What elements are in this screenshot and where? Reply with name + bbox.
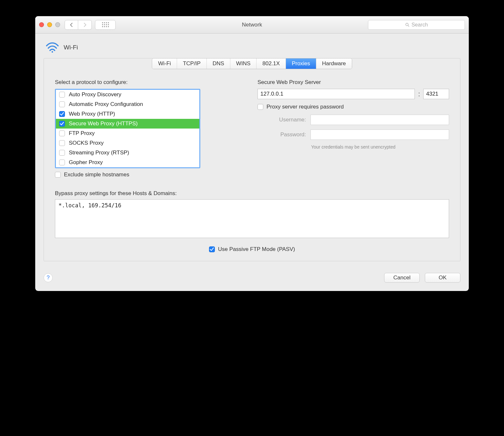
tab-hardware[interactable]: Hardware — [316, 58, 352, 69]
requires-password-label: Proxy server requires password — [267, 104, 344, 110]
help-button[interactable]: ? — [44, 273, 53, 282]
network-preferences-window: Network Search Wi-Fi Wi-FiTCP/IPDNSWINS8 — [35, 16, 469, 291]
tab-wi-fi[interactable]: Wi-Fi — [152, 58, 177, 69]
credentials-note: Your credentials may be sent unencrypted — [257, 144, 449, 150]
svg-point-0 — [405, 23, 408, 26]
protocol-checkbox[interactable] — [59, 130, 65, 136]
protocol-row[interactable]: Automatic Proxy Configuration — [56, 99, 199, 109]
proxy-port-input[interactable] — [423, 89, 449, 99]
protocol-checkbox[interactable] — [59, 92, 65, 98]
requires-password-checkbox[interactable] — [257, 104, 263, 110]
password-label: Password: — [257, 131, 306, 138]
nav-back-forward — [65, 20, 92, 30]
footer: ? Cancel OK — [35, 270, 469, 291]
protocol-label: Gopher Proxy — [69, 159, 103, 166]
tab-proxies[interactable]: Proxies — [286, 58, 316, 69]
zoom-window-button[interactable] — [55, 22, 60, 27]
search-icon — [405, 23, 410, 27]
username-row: Username: — [257, 115, 449, 125]
bypass-textarea[interactable] — [55, 199, 449, 238]
exclude-simple-hostnames-checkbox[interactable] — [55, 172, 61, 178]
protocol-label: FTP Proxy — [69, 130, 95, 137]
protocol-checkbox[interactable] — [59, 101, 65, 107]
requires-password-row[interactable]: Proxy server requires password — [257, 104, 449, 110]
exclude-simple-hostnames-row[interactable]: Exclude simple hostnames — [55, 171, 247, 178]
svg-point-2 — [52, 51, 53, 53]
exclude-simple-hostnames-label: Exclude simple hostnames — [64, 171, 129, 178]
settings-panel: Wi-FiTCP/IPDNSWINS802.1XProxiesHardware … — [44, 58, 460, 261]
pasv-checkbox[interactable] — [209, 246, 215, 252]
tab-dns[interactable]: DNS — [207, 58, 230, 69]
proxy-host-input[interactable] — [257, 89, 415, 99]
pasv-label: Use Passive FTP Mode (PASV) — [218, 246, 295, 253]
protocol-label: Automatic Proxy Configuration — [69, 101, 143, 108]
protocol-label: Secure Web Proxy (HTTPS) — [69, 120, 138, 127]
username-label: Username: — [257, 117, 306, 123]
interface-name: Wi-Fi — [64, 44, 78, 51]
search-input[interactable]: Search — [368, 20, 465, 30]
password-input[interactable] — [310, 130, 449, 140]
protocol-list[interactable]: Auto Proxy DiscoveryAutomatic Proxy Conf… — [55, 89, 200, 168]
protocol-checkbox[interactable] — [59, 150, 65, 156]
proxy-server-label: Secure Web Proxy Server — [257, 79, 449, 86]
interface-header: Wi-Fi — [35, 41, 469, 58]
show-all-prefs-button[interactable] — [95, 20, 116, 30]
protocol-checkbox[interactable] — [59, 111, 65, 117]
protocol-section-label: Select a protocol to configure: — [55, 79, 247, 86]
protocol-label: Web Proxy (HTTP) — [69, 111, 115, 117]
password-row: Password: — [257, 130, 449, 140]
titlebar: Network Search — [35, 16, 469, 34]
chevron-right-icon — [83, 23, 87, 27]
help-icon: ? — [47, 275, 49, 281]
tab-tcp-ip[interactable]: TCP/IP — [177, 58, 207, 69]
grid-icon — [102, 22, 109, 27]
back-button[interactable] — [65, 20, 78, 30]
wifi-icon — [46, 41, 59, 54]
protocol-label: Streaming Proxy (RTSP) — [69, 150, 129, 156]
protocol-row[interactable]: Secure Web Proxy (HTTPS) — [56, 119, 199, 129]
proxy-server-row: : — [257, 89, 449, 99]
cancel-button[interactable]: Cancel — [384, 273, 420, 283]
protocol-checkbox[interactable] — [59, 160, 65, 165]
ok-button[interactable]: OK — [425, 273, 460, 283]
tabs: Wi-FiTCP/IPDNSWINS802.1XProxiesHardware — [55, 58, 449, 69]
tab-802-1x[interactable]: 802.1X — [257, 58, 286, 69]
forward-button[interactable] — [78, 20, 92, 30]
minimize-window-button[interactable] — [47, 22, 52, 27]
pasv-row[interactable]: Use Passive FTP Mode (PASV) — [55, 246, 449, 253]
close-window-button[interactable] — [39, 22, 44, 27]
protocol-row[interactable]: Web Proxy (HTTP) — [56, 109, 199, 119]
protocol-row[interactable]: SOCKS Proxy — [56, 138, 199, 148]
username-input[interactable] — [310, 115, 449, 125]
proxy-server-column: Secure Web Proxy Server : Proxy server r… — [257, 79, 449, 182]
protocol-row[interactable]: Gopher Proxy — [56, 158, 199, 167]
window-body: Wi-Fi Wi-FiTCP/IPDNSWINS802.1XProxiesHar… — [35, 34, 469, 291]
host-port-separator: : — [418, 90, 420, 98]
protocol-checkbox[interactable] — [59, 140, 65, 146]
search-placeholder: Search — [412, 22, 428, 28]
chevron-left-icon — [70, 23, 73, 27]
protocol-row[interactable]: Streaming Proxy (RTSP) — [56, 148, 199, 158]
protocol-row[interactable]: FTP Proxy — [56, 129, 199, 138]
tab-wins[interactable]: WINS — [230, 58, 257, 69]
bypass-label: Bypass proxy settings for these Hosts & … — [55, 190, 449, 197]
traffic-lights — [39, 22, 60, 27]
protocol-label: SOCKS Proxy — [69, 140, 104, 146]
protocol-column: Select a protocol to configure: Auto Pro… — [55, 79, 247, 182]
protocol-checkbox[interactable] — [59, 121, 65, 127]
protocol-label: Auto Proxy Discovery — [69, 91, 121, 98]
protocol-row[interactable]: Auto Proxy Discovery — [56, 90, 199, 99]
svg-line-1 — [408, 25, 409, 26]
